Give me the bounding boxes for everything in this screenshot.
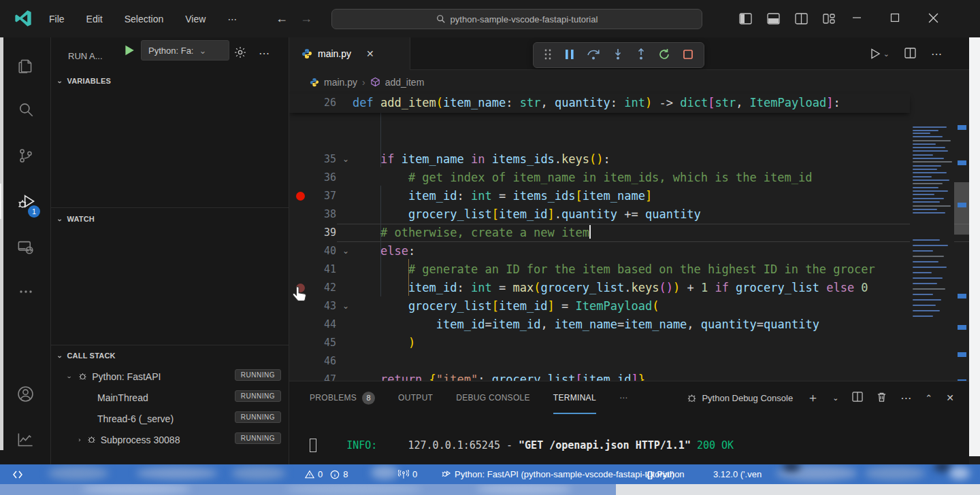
minimize-icon[interactable] [852,13,862,24]
breadcrumb[interactable]: main.py › add_item [289,70,969,94]
line-number[interactable]: 46 [299,352,336,371]
minimap-line [913,180,949,181]
vertical-scrollbar[interactable] [954,182,969,235]
chevron-down-icon: ⌄ [56,216,63,222]
maximize-panel-icon[interactable]: ⌃ [925,393,932,403]
fold-chevron-icon[interactable]: ⌄ [340,242,352,260]
debug-settings-gear-icon[interactable] [233,46,247,61]
toggle-panel-icon[interactable] [767,13,780,24]
tab-close-icon[interactable]: ✕ [366,48,374,59]
blurred-region [136,467,218,479]
callstack-row[interactable]: ›Subprocess 30088RUNNING [51,429,289,450]
line-number[interactable]: 45 [299,334,336,352]
ports-status[interactable]: 0 [398,464,417,484]
language-mode[interactable]: {} Python [647,464,685,484]
terminal-session[interactable]: Python Debug Console [686,392,793,404]
step-over-icon[interactable] [587,48,600,63]
bottom-blur-band [0,484,980,495]
debug-console-icon [686,392,698,404]
pause-icon[interactable] [564,48,575,63]
code-viewport[interactable]: 35⌄if item_name in items_ids.keys():36# … [289,94,969,381]
menu-view[interactable]: View [177,10,214,29]
maximize-icon[interactable] [890,13,900,24]
code-line-36: 36# get index of item_name in item_ids, … [289,169,910,187]
code-line-46: 46 [289,352,910,371]
panel-tab-terminal[interactable]: TERMINAL [553,381,596,414]
split-editor-icon[interactable] [795,13,808,24]
remote-indicator[interactable] [12,464,23,484]
fold-chevron-icon[interactable]: ⌄ [340,150,352,169]
toolbar-drag-grip[interactable] [544,48,552,63]
run-debug-icon[interactable]: 1 [0,184,51,219]
panel-tab-[interactable]: ⋯ [619,381,627,414]
new-terminal-icon[interactable]: ＋ [806,390,819,406]
menu-edit[interactable]: Edit [78,10,111,29]
close-panel-icon[interactable]: ✕ [946,392,954,403]
watch-section-header[interactable]: ⌄ WATCH [51,211,289,227]
debug-session-status[interactable]: Python: FastAPI (python-sample-vscode-fa… [441,464,674,484]
fold-chevron-icon[interactable]: ⌄ [340,297,352,315]
source-control-icon[interactable] [0,138,51,173]
menu-[interactable]: ⋯ [219,10,245,29]
line-number[interactable]: 38 [299,205,336,224]
split-terminal-icon[interactable] [852,392,863,404]
callstack-row[interactable]: Thread-6 (_serve)RUNNING [51,408,289,429]
variables-section-header[interactable]: ⌄ VARIABLES [51,73,289,89]
terminal-output[interactable]: INFO: 127.0.0.1:65245 - "GET /openapi.js… [310,421,734,470]
menu-file[interactable]: File [41,10,73,29]
sidebar-more-icon[interactable]: ⋯ [259,47,270,60]
panel-tab-output[interactable]: OUTPUT [398,381,433,414]
line-number[interactable]: 40 [299,242,336,260]
restart-icon[interactable] [658,48,670,63]
panel-tab-problems[interactable]: PROBLEMS8 [310,381,375,414]
terminal-addr: 127.0.0.1:65245 - [408,439,519,451]
panel-tab-label: OUTPUT [398,393,433,403]
step-into-icon[interactable] [612,48,623,63]
line-number[interactable]: 35 [299,150,336,169]
breadcrumb-file[interactable]: main.py [324,77,357,88]
debug-config-dropdown[interactable]: Python: Fa: ⌄ [141,40,229,61]
remote-icon [12,470,23,479]
breadcrumb-symbol[interactable]: add_item [385,77,425,88]
close-icon[interactable] [928,13,938,25]
kill-terminal-trash-icon[interactable] [877,392,887,405]
start-debug-icon[interactable] [123,44,135,57]
forward-arrow-icon[interactable]: → [300,12,312,26]
line-number[interactable]: 41 [299,260,336,279]
search-sidebar-icon[interactable] [0,92,51,127]
tab-main-py[interactable]: main.py ✕ [289,37,410,70]
line-number[interactable]: 39 [299,224,336,242]
callstack-row[interactable]: ⌄Python: FastAPIRUNNING [51,366,289,387]
profile-graph-icon[interactable] [0,422,51,457]
line-number[interactable]: 44 [299,315,336,334]
minimap-line [913,198,944,199]
sticky-scroll-line[interactable]: 26def add_item(item_name: str, quantity:… [289,94,910,113]
callstack-section-header[interactable]: ⌄ CALL STACK [51,347,289,364]
line-number[interactable]: 37 [299,187,336,205]
back-arrow-icon[interactable]: ← [276,12,288,26]
accounts-icon[interactable] [0,376,51,411]
stop-icon[interactable] [683,49,693,62]
problems-status[interactable]: 0 8 [305,464,348,484]
run-python-file-icon[interactable]: ⌄ [870,48,889,59]
minimap[interactable] [910,94,954,381]
line-number[interactable]: 26 [299,94,336,112]
panel-tab-debug-console[interactable]: DEBUG CONSOLE [456,381,530,414]
command-center-search[interactable]: python-sample-vscode-fastapi-tutorial [331,9,702,29]
step-out-icon[interactable] [636,48,647,63]
customize-layout-icon[interactable] [823,13,836,24]
code-text: # generate an ID for the item based on t… [353,260,875,279]
menu-selection[interactable]: Selection [116,10,172,29]
remote-explorer-icon[interactable] [0,229,51,264]
line-number[interactable]: 36 [299,169,336,187]
toggle-sidebar-icon[interactable] [739,13,752,24]
split-editor-right-icon[interactable] [904,48,916,61]
explorer-icon[interactable] [0,48,51,83]
python-interpreter[interactable]: 3.12.0 ('.ven [713,464,762,484]
editor-more-icon[interactable]: ⋯ [931,48,942,61]
terminal-dropdown-icon[interactable]: ⌄ [832,394,838,403]
line-number[interactable]: 47 [299,371,336,381]
panel-more-icon[interactable]: ⋯ [900,392,911,405]
callstack-row[interactable]: MainThreadRUNNING [51,387,289,408]
more-views-icon[interactable] [0,274,51,309]
